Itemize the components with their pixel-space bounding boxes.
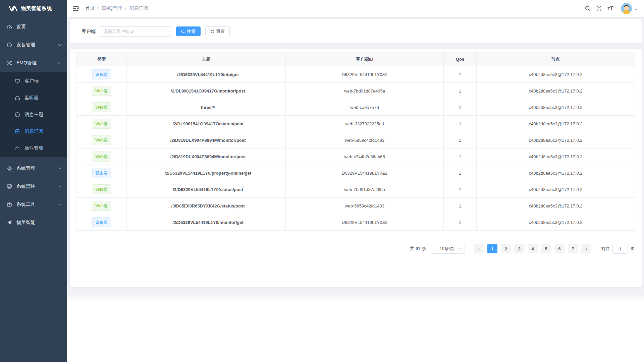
sidebar-item-client[interactable]: 客户端	[0, 73, 67, 89]
client-id-input[interactable]	[99, 26, 171, 37]
client-cell: web-3327922225ed	[286, 116, 444, 132]
client-cell: D6329VL54419L1Y0&2	[286, 165, 444, 181]
sidebar-item-listener[interactable]: 监听器	[0, 89, 67, 106]
sidebar-item-label: 消息订阅	[24, 128, 43, 134]
sidebar-menu: 首页 设备管理 EMQ管理	[0, 17, 67, 232]
qos-cell: 1	[444, 181, 477, 198]
chevron-down-icon	[458, 248, 462, 250]
client-cell: D6329VL54419L1Y0&2	[286, 66, 444, 83]
sidebar-item-home[interactable]: 首页	[0, 18, 67, 36]
sidebar-item-label: 插件管理	[24, 145, 43, 151]
sidebar-item-wumei[interactable]: 物美智能	[0, 214, 67, 232]
col-type: 类型	[76, 52, 127, 66]
chevron-down-icon	[58, 167, 62, 170]
chevron-down-icon	[58, 44, 62, 46]
sidebar-item-subscriptions[interactable]: 消息订阅	[0, 123, 67, 140]
header-search-button[interactable]	[582, 0, 593, 17]
hashtag-icon	[15, 112, 20, 117]
search-icon	[181, 29, 185, 34]
client-field-label: 客户端	[82, 28, 96, 35]
page-button-7[interactable]: 7	[568, 244, 578, 253]
page-jump-input[interactable]	[612, 244, 628, 254]
user-menu[interactable]	[621, 3, 637, 14]
type-badge: 设备端	[92, 69, 111, 79]
drone-icon	[7, 60, 12, 66]
toolbox-icon	[7, 202, 12, 207]
navbar-actions: TT	[582, 0, 637, 17]
goto-label: 前往	[601, 246, 610, 252]
table-row: 设备端 /2/D6329VL54419L1Y0/ntp/get D6329VL5…	[76, 66, 635, 83]
prev-page-button[interactable]: ‹	[474, 244, 484, 253]
sidebar-item-system[interactable]: 系统管理	[0, 159, 67, 177]
breadcrumb-separator: /	[125, 6, 126, 11]
node-cell: c40b2d8ea5c3@172.17.0.2	[477, 214, 635, 231]
topic-cell: /2/D6329VL54419L1Y0/status/post	[127, 181, 286, 198]
client-cell: web-5859c42fd1483	[286, 132, 444, 148]
qos-cell: 1	[444, 66, 477, 83]
page-button-3[interactable]: 3	[514, 244, 524, 253]
plugin-icon	[15, 145, 20, 151]
qos-cell: 1	[444, 198, 477, 214]
qos-cell: 1	[444, 116, 477, 132]
fullscreen-button[interactable]	[593, 0, 605, 17]
devices-icon	[7, 42, 12, 48]
qos-cell: 1	[444, 214, 477, 231]
sidebar-collapse-button[interactable]	[67, 0, 85, 17]
node-cell: c40b2d8ea5c3@172.17.0.2	[477, 198, 635, 214]
topic-cell: /2/D819DLX904P8894M/monitor/post	[127, 148, 286, 165]
table-row: Web端 /2/D6329VL54419L1Y0/status/post web…	[76, 181, 635, 198]
sidebar-item-topics[interactable]: 消息主题	[0, 106, 67, 123]
table-row: Web端 /3/D85E00R65DYXK42G/status/post web…	[76, 198, 635, 214]
sidebar-item-label: 消息主题	[24, 112, 43, 118]
font-size-button[interactable]: TT	[605, 0, 616, 17]
sidebar-item-plugins[interactable]: 插件管理	[0, 140, 67, 157]
fullscreen-icon	[596, 6, 602, 11]
gear-icon	[7, 166, 12, 171]
reset-button[interactable]: 重置	[205, 26, 230, 36]
chevron-down-icon	[635, 9, 637, 11]
sidebar-item-monitoring[interactable]: 系统监控	[0, 177, 67, 195]
page-button-4[interactable]: 4	[528, 244, 538, 253]
subscribe-box-icon	[15, 129, 20, 134]
topic-cell: /2/DL9981541O39417O/monitor/post	[127, 83, 286, 99]
content-fade	[67, 294, 644, 301]
sidebar-item-emq[interactable]: EMQ管理	[0, 54, 67, 72]
total-count: 共 61 条	[410, 246, 426, 252]
qos-cell: 1	[444, 132, 477, 148]
page-button-6[interactable]: 6	[554, 244, 565, 253]
type-badge: Web端	[92, 184, 111, 194]
topic-cell: /2/D6329VL54419L1Y0/property-online/get	[127, 165, 286, 181]
client-cell: web-7bd01d87a495a	[286, 181, 444, 198]
type-badge: Web端	[92, 135, 111, 145]
headset-icon	[15, 95, 20, 101]
breadcrumb-home[interactable]: 首页	[85, 5, 95, 11]
type-badge: 设备端	[92, 168, 111, 178]
app-title: 物美智能系统	[21, 5, 52, 12]
qos-cell: 1	[444, 165, 477, 181]
next-page-button[interactable]: ›	[581, 244, 591, 253]
page-button-2[interactable]: 2	[501, 244, 511, 253]
sidebar-item-tools[interactable]: 系统工具	[0, 195, 67, 214]
page-button-5[interactable]: 5	[541, 244, 551, 253]
node-cell: c40b2d8ea5c3@172.17.0.2	[477, 66, 635, 83]
sidebar-item-label: 设备管理	[16, 42, 35, 48]
subscriptions-panel: 类型 主题 客户端ID Qos 节点 设备端 /2/D6329VL54419L1…	[69, 48, 642, 288]
col-node: 节点	[477, 52, 635, 66]
app-logo[interactable]: 物美智能系统	[0, 0, 67, 17]
client-cell: web-7bd01d87a495a	[286, 83, 444, 99]
topic-cell: /2/DL9981541O39417O/status/post	[127, 116, 286, 132]
avatar	[621, 3, 632, 14]
page-content: 客户端 搜索 重置 类型 主题	[67, 17, 644, 294]
type-badge: Web端	[92, 102, 111, 112]
topic-cell: three/#	[127, 99, 286, 116]
page-button-1[interactable]: 1	[487, 244, 497, 253]
chevron-down-icon	[58, 203, 62, 206]
search-button[interactable]: 搜索	[176, 26, 201, 36]
qos-cell: 1	[444, 148, 477, 165]
page-size-select[interactable]: 10条/页	[431, 244, 465, 254]
sidebar-item-devices[interactable]: 设备管理	[0, 36, 67, 54]
table-row: Web端 /2/DL9981541O39417O/monitor/post we…	[76, 83, 635, 99]
node-cell: c40b2d8ea5c3@172.17.0.2	[477, 99, 635, 116]
top-navbar: 首页 / EMQ管理 / 消息订阅 TT	[67, 0, 644, 17]
search-icon	[585, 6, 591, 11]
